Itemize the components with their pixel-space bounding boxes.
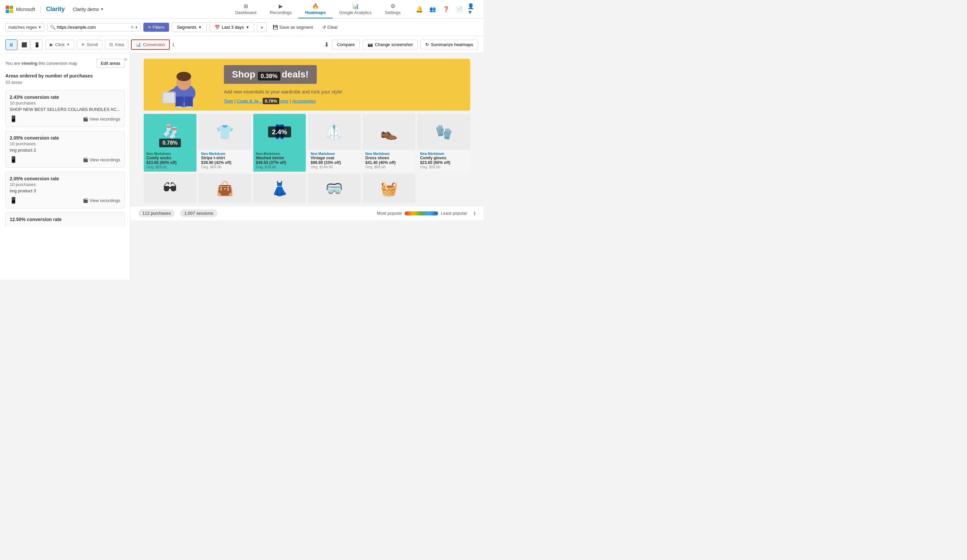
conversion-heatmap-button[interactable]: 📊 Conversion <box>131 40 170 50</box>
product-card[interactable]: 🕶 <box>144 174 196 203</box>
url-add-button[interactable]: + <box>135 25 138 30</box>
nav-tabs: ⊞ Dashboard ▶ Recordings 🔥 Heatmaps 📊 Go… <box>229 0 407 18</box>
view-recordings-button[interactable]: 🎬 View recordings <box>83 157 120 162</box>
area-heatmap-button[interactable]: ⊟ Area <box>105 40 128 49</box>
product-card[interactable]: 👗 <box>253 174 306 203</box>
hero-link-tops[interactable]: Tops <box>224 99 233 104</box>
filters-icon: ≡ <box>148 25 151 30</box>
save-segment-button[interactable]: 💾 Save as segment <box>269 23 316 32</box>
hero-title-badge: 0.38% <box>258 72 281 81</box>
daterange-button[interactable]: 📅 Last 3 days ▼ <box>210 22 254 32</box>
product-info: New Markdown Dress shoes $41.40 (40% off… <box>363 150 415 171</box>
area-actions: 📱 🎬 View recordings <box>10 197 120 204</box>
tab-recordings[interactable]: ▶ Recordings <box>263 0 299 18</box>
area-device-icon[interactable]: 📱 <box>10 115 17 123</box>
regex-selector[interactable]: matches regex ▼ <box>5 23 45 31</box>
account-icon-button[interactable]: 👤 ▼ <box>467 4 478 15</box>
people-icon-button[interactable]: 👥 <box>427 4 438 15</box>
collapse-panel-button[interactable]: « <box>124 56 127 62</box>
demo-selector[interactable]: Clarity demo ▼ <box>70 5 107 13</box>
clear-icon: ↺ <box>322 25 326 30</box>
view-recordings-button[interactable]: 🎬 View recordings <box>83 198 120 203</box>
product-info: New Markdown Washed denim $49.50 (37% of… <box>253 150 306 171</box>
camera-icon: 📷 <box>368 42 373 47</box>
area-name: img product 3 <box>10 188 120 193</box>
chevron-icon: ▼ <box>38 25 41 29</box>
product-card[interactable]: 🧦 0.78% New Markdown Comfy socks $23.60 … <box>144 114 196 171</box>
hero-link-rooms[interactable]: oms <box>280 99 288 104</box>
tab-settings[interactable]: ⚙ Settings <box>378 0 407 18</box>
product-card[interactable]: 👞 New Markdown Dress shoes $41.40 (40% o… <box>363 114 415 171</box>
product-label: New Markdown <box>365 152 413 156</box>
product-card[interactable]: 👖 2.4% New Markdown Washed denim $49.50 … <box>253 114 306 171</box>
notifications-button[interactable]: 🔔 <box>414 4 425 15</box>
product-card[interactable]: 🥽 <box>308 174 361 203</box>
ms-brand-text: Microsoft <box>16 7 35 12</box>
product-image: 👞 <box>363 114 415 150</box>
view-recordings-button[interactable]: 🎬 View recordings <box>83 117 120 122</box>
click-heatmap-button[interactable]: ▶ Click ▼ <box>45 40 74 49</box>
area-device-icon[interactable]: 📱 <box>10 197 17 204</box>
compare-button[interactable]: Compare <box>332 40 360 49</box>
area-rate: 2.05% conversion rate <box>10 135 120 141</box>
clear-button[interactable]: ↺ Clear <box>319 23 341 32</box>
desktop-view-button[interactable]: 🖥 <box>5 40 17 50</box>
product-card[interactable]: 🧺 <box>363 174 415 203</box>
tab-analytics[interactable]: 📊 Google Analytics <box>332 0 378 18</box>
edit-areas-label: Edit areas <box>101 61 120 66</box>
product-image: 🧤 <box>417 114 470 150</box>
hero-link-coats[interactable]: Coats & Ja... <box>237 99 262 104</box>
product-image: 👜 <box>198 174 251 203</box>
hero-link-accessories[interactable]: Accessories <box>292 99 316 104</box>
url-input-field[interactable] <box>57 25 129 30</box>
product-price: $23.60 (60% off) <box>420 160 467 165</box>
product-orig: Orig. $59.00 <box>420 165 467 169</box>
mobile-view-button[interactable]: 📱 <box>31 40 43 50</box>
tab-dashboard[interactable]: ⊞ Dashboard <box>229 0 263 18</box>
hero-title-end: deals! <box>282 69 309 79</box>
product-price: $41.40 (40% off) <box>365 160 413 165</box>
svg-rect-2 <box>6 10 9 13</box>
edit-areas-button[interactable]: Edit areas <box>96 59 125 68</box>
filter-bar: matches regex ▼ 🔍 ✕ + ≡ Filters Segments… <box>0 19 484 36</box>
product-image: 🕶 <box>144 174 196 203</box>
segments-button[interactable]: Segments ▼ <box>172 22 206 32</box>
product-conv-badge: 0.78% <box>159 138 181 147</box>
scroll-heatmap-button[interactable]: ✕ Scroll <box>77 40 102 49</box>
product-card[interactable]: 👕 New Markdown Stripe t-shirt $39.90 (42… <box>198 114 251 171</box>
tab-settings-label: Settings <box>385 10 401 15</box>
tab-heatmaps[interactable]: 🔥 Heatmaps <box>299 0 332 18</box>
download-button[interactable]: ⬇ <box>324 41 329 48</box>
area-device-icon[interactable]: 📱 <box>10 156 17 163</box>
view-recordings-label: View recordings <box>89 198 120 203</box>
document-icon-button[interactable]: 📄 <box>454 4 465 15</box>
change-screenshot-button[interactable]: 📷 Change screenshot <box>363 40 417 49</box>
product-card[interactable]: 🥼 New Markdown Vintage coat $99.99 (33% … <box>308 114 361 171</box>
filters-label: Filters <box>153 25 164 30</box>
filters-button[interactable]: ≡ Filters <box>144 23 169 32</box>
brand-divider <box>40 5 41 13</box>
hero-text-area: Shop 0.38% deals! Add new essentials to … <box>224 65 470 104</box>
product-orig: Orig. $149.95 <box>310 165 358 169</box>
help-icon-button[interactable]: ❓ <box>441 4 451 15</box>
search-icon: 🔍 <box>50 25 56 30</box>
product-price: $23.60 (60% off) <box>146 160 194 165</box>
product-card[interactable]: 👜 <box>198 174 251 203</box>
url-clear-button[interactable]: ✕ <box>130 25 134 30</box>
click-icon: ▶ <box>50 42 53 47</box>
area-rate: 2.05% conversion rate <box>10 176 120 181</box>
product-card[interactable]: 🧤 New Markdown Comfy gloves $23.60 (60% … <box>417 114 470 171</box>
more-label: » <box>261 25 263 30</box>
view-btn-group: 🖥 ⬛ 📱 <box>5 40 43 50</box>
status-bar: 112 purchases 1,007 sessions Most popula… <box>130 206 484 221</box>
calendar-icon: 📅 <box>215 25 220 30</box>
status-info-icon[interactable]: ℹ <box>474 211 475 216</box>
legend: Most popular Least popular ℹ <box>377 211 475 216</box>
summarize-button[interactable]: ↻ Summarize heatmaps <box>420 40 478 49</box>
main-content: Shop 0.38% deals! Add new essentials to … <box>130 53 484 280</box>
area-actions: 📱 🎬 View recordings <box>10 156 120 163</box>
more-filters-button[interactable]: » <box>257 22 267 32</box>
tablet-view-button[interactable]: ⬛ <box>18 40 30 50</box>
links-conv-badge: 0.78% <box>262 98 280 104</box>
info-icon[interactable]: ℹ <box>172 42 174 48</box>
